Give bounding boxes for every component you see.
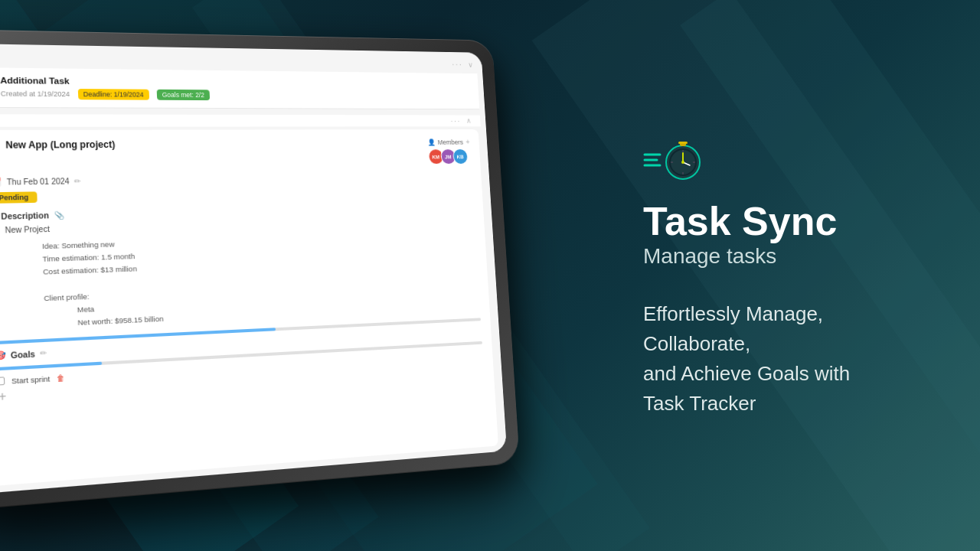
menu-dots[interactable]: ··· xyxy=(452,59,463,69)
tagline-line1: Effortlessly Manage, xyxy=(643,299,919,329)
tablet-screen: ··· ∨ Additional Task Created at 1/19/ xyxy=(0,44,507,494)
avatar-group: KM JM KB xyxy=(428,148,466,165)
task-1-created: Created at 1/19/2024 xyxy=(1,90,70,98)
members-icon: 👤 xyxy=(427,139,435,145)
task-1-title: Additional Task xyxy=(0,76,70,86)
project-header: New App (Long project) 👤 Members + KM xyxy=(0,138,471,169)
screen-content: ··· ∨ Additional Task Created at 1/19/ xyxy=(0,44,507,494)
logo-area xyxy=(643,133,919,183)
section-menu-dots[interactable]: ··· xyxy=(450,116,461,125)
tagline-line4: Task Tracker xyxy=(643,389,919,419)
app-subtitle: Manage tasks xyxy=(643,244,919,269)
goal-delete-icon[interactable]: 🗑 xyxy=(57,373,65,383)
goal-text-1: Start sprint xyxy=(11,374,51,386)
status-badge: Pending xyxy=(0,191,37,204)
task-1-goals-met: Goals met: 2/2 xyxy=(156,90,210,100)
tagline-line2: Collaborate, xyxy=(643,329,919,359)
app-logo-icon xyxy=(643,133,704,183)
goals-edit-icon[interactable]: ✏ xyxy=(40,349,47,358)
members-area: 👤 Members + KM JM KB xyxy=(427,138,471,165)
edit-date-icon[interactable]: ✏ xyxy=(74,177,81,185)
chevron-icon[interactable]: ∨ xyxy=(468,60,473,68)
description-title: Description xyxy=(1,210,49,221)
tablet-frame: ··· ∨ Additional Task Created at 1/19/ xyxy=(0,29,520,510)
goals-progress-fill xyxy=(0,362,103,371)
right-panel: Task Sync Manage tasks Effortlessly Mana… xyxy=(582,0,980,551)
tablet: ··· ∨ Additional Task Created at 1/19/ xyxy=(0,29,542,551)
tagline: Effortlessly Manage, Collaborate, and Ac… xyxy=(643,299,919,419)
goals-title: Goals xyxy=(11,349,35,360)
project-title: New App (Long project) xyxy=(5,139,115,151)
members-label-text: Members xyxy=(437,139,463,145)
description-edit-icon[interactable]: 📎 xyxy=(54,210,64,220)
section-toolbar: ··· ∧ xyxy=(0,114,481,127)
goal-checkbox-1[interactable] xyxy=(0,377,5,386)
description-body: Idea: Something new Time estimation: 1.5… xyxy=(42,229,481,331)
svg-point-10 xyxy=(681,161,684,164)
calendar-icon: 📅 xyxy=(0,177,2,187)
project-section: New App (Long project) 👤 Members + KM xyxy=(0,129,498,487)
avatar-kb: KB xyxy=(452,148,469,165)
tagline-line3: and Achieve Goals with xyxy=(643,359,919,389)
date-row: 📅 Thu Feb 01 2024 ✏ xyxy=(0,171,472,187)
svg-rect-7 xyxy=(678,142,688,144)
app-title: Task Sync xyxy=(643,201,919,241)
section-chevron[interactable]: ∧ xyxy=(466,116,472,125)
task-1-deadline: Deadline: 1/19/2024 xyxy=(77,89,149,100)
add-member-icon[interactable]: + xyxy=(466,138,470,145)
goals-icon: 🎯 xyxy=(0,351,6,360)
top-bar: ··· ∨ xyxy=(0,50,477,70)
project-date: Thu Feb 01 2024 xyxy=(7,177,70,186)
task-additional: Additional Task Created at 1/19/2024 Dea… xyxy=(0,67,479,109)
